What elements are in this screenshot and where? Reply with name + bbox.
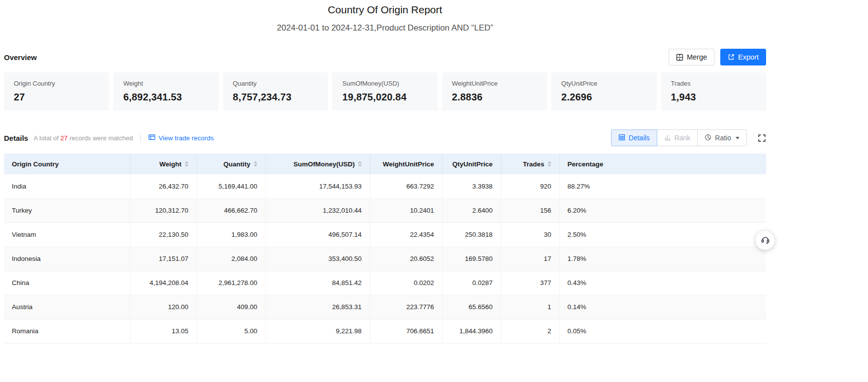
overview-card-label: Origin Country xyxy=(14,80,99,87)
overview-card-label: Trades xyxy=(671,80,756,87)
merge-icon xyxy=(676,54,683,61)
cell-sum_of_money_usd: 496,507.14 xyxy=(265,223,370,247)
sort-icon xyxy=(185,161,189,167)
cell-origin_country: Austria xyxy=(4,295,130,319)
cell-percentage: 2.50% xyxy=(559,223,766,247)
table-header-row: Origin CountryWeightQuantitySumOfMoney(U… xyxy=(4,154,766,174)
tab-rank[interactable]: Rank xyxy=(657,129,698,146)
cell-qty_unit_price: 250.3818 xyxy=(442,223,501,247)
column-label: Weight xyxy=(160,160,182,168)
cell-trades: 1 xyxy=(501,295,559,319)
table-row: Vietnam22,130.501,983.00496,507.1422.435… xyxy=(4,223,766,247)
cell-weight_unit_price: 20.6052 xyxy=(370,247,442,271)
cell-percentage: 0.43% xyxy=(559,271,766,295)
tab-details-label: Details xyxy=(629,134,650,142)
cell-weight_unit_price: 706.6651 xyxy=(370,319,442,343)
chevron-down-icon xyxy=(736,137,739,139)
cell-weight: 4,194,208.04 xyxy=(130,271,196,295)
cell-weight: 26,432.70 xyxy=(130,174,196,198)
overview-card-value: 19,875,020.84 xyxy=(342,92,427,103)
overview-card-value: 27 xyxy=(14,92,99,103)
vertical-divider xyxy=(140,134,141,141)
column-label: QtyUnitPrice xyxy=(452,160,493,168)
cell-trades: 920 xyxy=(501,174,559,198)
view-switcher: Details Rank xyxy=(611,129,747,146)
column-label: Origin Country xyxy=(12,160,59,168)
cell-quantity: 5.00 xyxy=(196,319,265,343)
tab-ratio[interactable]: Ratio xyxy=(697,129,747,146)
overview-card-value: 8,757,234.73 xyxy=(233,92,318,103)
cell-quantity: 409.00 xyxy=(196,295,265,319)
tab-rank-label: Rank xyxy=(675,134,691,142)
trade-records-icon xyxy=(148,133,156,142)
cell-trades: 377 xyxy=(501,271,559,295)
column-header-weight_unit_price: WeightUnitPrice xyxy=(370,154,442,174)
cell-weight: 120.00 xyxy=(130,295,196,319)
table-row: Indonesia17,151.072,084.00353,400.5020.6… xyxy=(4,247,766,271)
cell-quantity: 2,961,278.00 xyxy=(196,271,265,295)
cell-origin_country: Vietnam xyxy=(4,223,130,247)
sort-icon xyxy=(547,161,551,167)
column-header-quantity[interactable]: Quantity xyxy=(196,154,265,174)
cell-sum_of_money_usd: 1,232,010.44 xyxy=(265,198,370,223)
overview-card: Weight6,892,341.53 xyxy=(113,72,218,111)
cell-quantity: 2,084.00 xyxy=(196,247,265,271)
column-label: SumOfMoney(USD) xyxy=(293,160,355,168)
cell-percentage: 88.27% xyxy=(559,174,766,198)
cell-trades: 2 xyxy=(501,319,559,343)
column-header-percentage: Percentage xyxy=(559,154,766,174)
overview-card-value: 2.2696 xyxy=(561,92,646,103)
cell-qty_unit_price: 169.5780 xyxy=(442,247,501,271)
cell-weight: 13.05 xyxy=(130,319,196,343)
overview-card-value: 2.8836 xyxy=(452,92,537,103)
table-row: Turkey120,312.70466,662.701,232,010.4410… xyxy=(4,198,766,223)
cell-weight_unit_price: 22.4354 xyxy=(370,223,442,247)
match-summary: A total of27records were matched xyxy=(33,134,133,142)
table-row: India26,432.705,169,441.0017,544,153.936… xyxy=(4,174,766,198)
cell-quantity: 5,169,441.00 xyxy=(196,174,265,198)
overview-card: SumOfMoney(USD)19,875,020.84 xyxy=(332,72,437,111)
cell-sum_of_money_usd: 17,544,153.93 xyxy=(265,174,370,198)
column-header-origin_country: Origin Country xyxy=(4,154,130,174)
tab-details[interactable]: Details xyxy=(611,129,657,146)
merge-button[interactable]: Merge xyxy=(669,49,714,65)
column-header-sum_of_money_usd[interactable]: SumOfMoney(USD) xyxy=(265,154,370,174)
cell-weight_unit_price: 223.7776 xyxy=(370,295,442,319)
column-label: Percentage xyxy=(568,160,604,168)
export-button[interactable]: Export xyxy=(720,49,766,65)
cell-percentage: 1.78% xyxy=(559,247,766,271)
export-icon xyxy=(728,54,735,61)
overview-actions: Merge Export xyxy=(669,49,766,65)
support-button[interactable] xyxy=(755,230,775,250)
overview-header: Overview Merge xyxy=(4,48,766,66)
overview-card-value: 1,943 xyxy=(671,92,756,103)
details-right: Details Rank xyxy=(611,129,766,146)
overview-cards: Origin Country27Weight6,892,341.53Quanti… xyxy=(4,72,766,111)
overview-card-label: Weight xyxy=(123,80,208,87)
rank-view-icon xyxy=(664,134,671,142)
ratio-view-icon xyxy=(705,134,711,142)
cell-weight: 120,312.70 xyxy=(130,198,196,223)
table-row: Romania13.055.009,221.98706.66511,844.39… xyxy=(4,319,766,343)
cell-qty_unit_price: 2.6400 xyxy=(442,198,501,223)
cell-origin_country: India xyxy=(4,174,130,198)
column-header-qty_unit_price: QtyUnitPrice xyxy=(442,154,501,174)
cell-origin_country: Romania xyxy=(4,319,130,343)
cell-percentage: 6.20% xyxy=(559,198,766,223)
cell-percentage: 0.05% xyxy=(559,319,766,343)
merge-button-label: Merge xyxy=(687,54,707,61)
column-label: Quantity xyxy=(224,160,251,168)
details-left: Details A total of27records were matched… xyxy=(4,133,214,142)
column-header-trades[interactable]: Trades xyxy=(501,154,559,174)
view-trade-records-link[interactable]: View trade records xyxy=(148,133,214,142)
column-header-weight[interactable]: Weight xyxy=(130,154,196,174)
cell-trades: 156 xyxy=(501,198,559,223)
details-header: Details A total of27records were matched… xyxy=(4,129,766,147)
overview-card-label: QtyUnitPrice xyxy=(561,80,646,87)
fullscreen-button[interactable] xyxy=(758,134,766,142)
sort-icon xyxy=(358,161,362,167)
match-count: 27 xyxy=(61,134,67,142)
match-summary-prefix: A total of xyxy=(33,134,59,142)
view-trade-records-label: View trade records xyxy=(159,134,214,142)
page-title: Country Of Origin Report xyxy=(4,0,766,16)
